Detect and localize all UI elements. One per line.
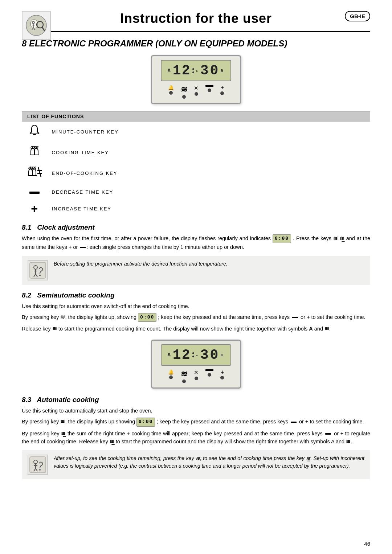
functions-table: LIST OF FUNCTIONS MINUTE-COUNTER KEY (22, 111, 370, 217)
inline-display-000c: 0:00 (136, 418, 155, 426)
display2-wave-small: ≋ (220, 352, 224, 358)
btn2-flame: ≋ (181, 369, 187, 383)
functions-header-cell: LIST OF FUNCTIONS (22, 112, 370, 122)
btn-minus (205, 85, 213, 99)
page-number: 46 (364, 541, 370, 547)
section8-heading: 8 ELECTRONIC PROGRAMMER (ONLY ON EQUIPPE… (22, 38, 370, 49)
section82-para1: Use this setting for automatic oven swit… (22, 302, 370, 310)
plus-icon: + (220, 85, 224, 91)
display2-subscript: ₐ (195, 352, 199, 358)
page: Instruction for the user GB-IE 8 ELECTRO… (0, 0, 392, 554)
func-icon-bell (22, 122, 47, 143)
func-row-cooking: COOKING TIME KEY (22, 142, 370, 163)
flame-wavy-icon: ≋ (181, 85, 187, 94)
display-colon-dots (192, 68, 194, 73)
func-text-minus: DECREASE TIME KEY (47, 184, 370, 200)
note-icon-1 (28, 260, 48, 280)
btn-bell: 🔔 (168, 85, 174, 99)
display-superscript-a: A (167, 68, 172, 74)
btn2-dot-3 (195, 377, 198, 380)
cross-icon: ✕ (194, 85, 199, 91)
section83-heading: 8.3 Automatic cooking (22, 396, 370, 404)
func-row-bell: MINUTE-COUNTER KEY (22, 122, 370, 143)
minus-inline (80, 247, 86, 248)
func-text-bell: MINUTE-COUNTER KEY (47, 122, 370, 143)
display-digit4: 0 (210, 63, 220, 78)
func-row-minus: DECREASE TIME KEY (22, 184, 370, 200)
section82-heading: 8.2 Semiautomatic cooking (22, 291, 370, 299)
btn2-minus (205, 369, 213, 383)
section83-para2: By pressing key ≋, the display lights up… (22, 418, 370, 426)
section81-heading: 8.1 Clock adjustment (22, 223, 370, 231)
btn-flame: ≋ (181, 85, 187, 99)
note-text-1: Before setting the programmer activate t… (54, 260, 228, 268)
note-text-2: After set-up, to see the cooking time re… (54, 455, 364, 470)
btn2-cross: ✕ (194, 369, 199, 383)
func-text-plus: INCREASE TIME KEY (47, 200, 370, 217)
display2-digit4: 0 (210, 347, 220, 363)
bell-icon: 🔔 (168, 85, 174, 90)
func-icon-end (22, 163, 47, 184)
page-title: Instruction for the user (120, 11, 272, 26)
func-row-plus: + INCREASE TIME KEY (22, 200, 370, 217)
btn2-bell-icon: 🔔 (168, 369, 174, 375)
btn-dot-3 (195, 92, 198, 96)
section83-para1: Use this setting to automatically start … (22, 407, 370, 415)
display2-colon-dots (192, 352, 194, 357)
minus-inline-2 (292, 317, 298, 318)
btn-dot-1 (169, 91, 173, 95)
display-wave-small: ≋ (220, 68, 224, 73)
display-digits: 1 (173, 63, 182, 78)
note-icon-2 (28, 455, 48, 475)
minus-bar-icon (29, 192, 40, 194)
svg-rect-15 (30, 262, 46, 278)
display-screen-2: A 1 2 ₐ 3 0 ≋ (161, 344, 231, 366)
func-row-end: END-OF-COOKING KEY (22, 163, 370, 184)
oven-display-2: A 1 2 ₐ 3 0 ≋ 🔔 ≋ (151, 340, 241, 389)
display-screen: A 1 2 ₐ 3 0 ≋ (161, 60, 231, 81)
btn-dot-5 (220, 91, 224, 95)
section81-para1: When using the oven for the first time, … (22, 234, 370, 251)
func-text-end: END-OF-COOKING KEY (47, 163, 370, 184)
oven-display: A 1 2 ₐ 3 0 ≋ 🔔 ≋ (151, 55, 241, 104)
display-buttons-row: 🔔 ≋ ✕ + (161, 85, 231, 99)
display-image-2: A 1 2 ₐ 3 0 ≋ 🔔 ≋ (22, 340, 370, 389)
svg-rect-9 (33, 134, 36, 135)
btn2-plus-icon: + (220, 369, 224, 375)
display2-buttons-row: 🔔 ≋ ✕ + (161, 369, 231, 383)
btn2-dot-5 (220, 376, 224, 379)
btn2-minus-icon (205, 369, 213, 371)
section82-para2: By pressing key ≋, the display lights up… (22, 313, 370, 322)
btn2-cross-icon: ✕ (194, 369, 199, 376)
btn2-bell: 🔔 (168, 369, 174, 383)
func-icon-minus (22, 184, 47, 200)
note-box-1: Before setting the programmer activate t… (22, 256, 370, 285)
display-digit3: 3 (200, 63, 210, 78)
display2-digit3: 3 (200, 347, 210, 363)
btn-cross: ✕ (194, 85, 199, 99)
inline-display-000: 0:00 (273, 234, 291, 243)
btn-dot-4 (208, 89, 211, 92)
svg-point-28 (39, 469, 41, 471)
display2-digit2: 2 (182, 347, 192, 363)
btn2-dot-1 (169, 376, 173, 379)
section83-para3: By pressing key ≋̲ the sum of the right … (22, 430, 370, 446)
svg-point-21 (39, 275, 41, 276)
btn-plus: + (220, 85, 224, 99)
inline-display-000b: 0:00 (138, 313, 156, 322)
svg-line-12 (38, 167, 41, 177)
display-digit2: 2 (182, 63, 192, 78)
func-icon-plus: + (22, 200, 47, 217)
section82-para3: Release key ≋ to start the programmed co… (22, 325, 370, 333)
minus-inline-3 (291, 422, 297, 423)
language-badge: GB-IE (345, 11, 370, 21)
display2-digits: 1 (173, 347, 182, 363)
functions-header-row: LIST OF FUNCTIONS (22, 112, 370, 122)
func-icon-cooking (22, 142, 47, 163)
logo (22, 11, 51, 40)
display-image-1: A 1 2 ₐ 3 0 ≋ 🔔 ≋ (22, 55, 370, 104)
display-subscript: ₐ (195, 68, 199, 73)
btn2-dot-2 (182, 379, 186, 383)
btn-dot-2 (182, 95, 186, 99)
func-text-cooking: COOKING TIME KEY (47, 142, 370, 163)
